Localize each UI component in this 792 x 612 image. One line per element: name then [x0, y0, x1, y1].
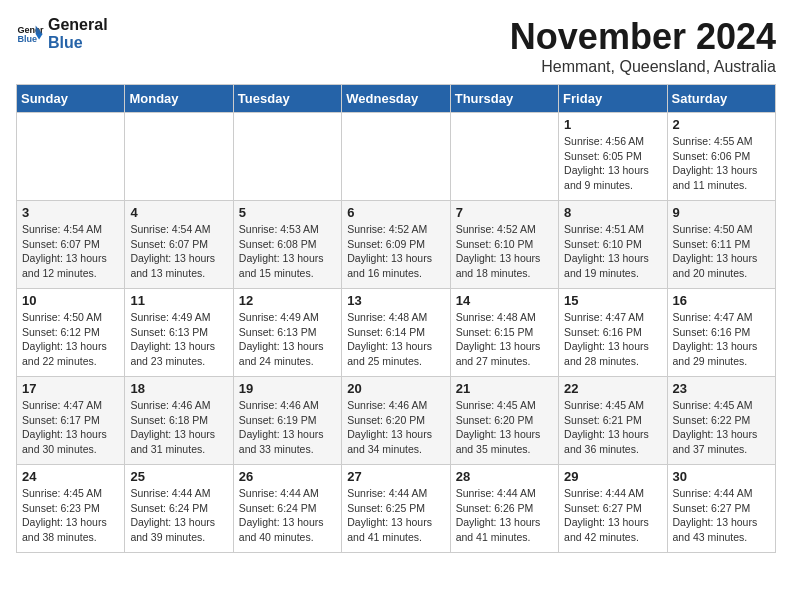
day-cell: 29Sunrise: 4:44 AM Sunset: 6:27 PM Dayli… [559, 465, 667, 553]
day-info: Sunrise: 4:54 AM Sunset: 6:07 PM Dayligh… [130, 222, 227, 281]
day-number: 13 [347, 293, 444, 308]
day-cell: 13Sunrise: 4:48 AM Sunset: 6:14 PM Dayli… [342, 289, 450, 377]
day-info: Sunrise: 4:53 AM Sunset: 6:08 PM Dayligh… [239, 222, 336, 281]
day-cell: 3Sunrise: 4:54 AM Sunset: 6:07 PM Daylig… [17, 201, 125, 289]
day-number: 2 [673, 117, 770, 132]
day-cell: 27Sunrise: 4:44 AM Sunset: 6:25 PM Dayli… [342, 465, 450, 553]
header-sunday: Sunday [17, 85, 125, 113]
day-cell [233, 113, 341, 201]
week-row-4: 24Sunrise: 4:45 AM Sunset: 6:23 PM Dayli… [17, 465, 776, 553]
day-info: Sunrise: 4:56 AM Sunset: 6:05 PM Dayligh… [564, 134, 661, 193]
day-cell [17, 113, 125, 201]
day-info: Sunrise: 4:46 AM Sunset: 6:19 PM Dayligh… [239, 398, 336, 457]
day-info: Sunrise: 4:44 AM Sunset: 6:26 PM Dayligh… [456, 486, 553, 545]
logo-icon: General Blue [16, 20, 44, 48]
title-area: November 2024 Hemmant, Queensland, Austr… [510, 16, 776, 76]
day-info: Sunrise: 4:44 AM Sunset: 6:24 PM Dayligh… [130, 486, 227, 545]
day-cell: 7Sunrise: 4:52 AM Sunset: 6:10 PM Daylig… [450, 201, 558, 289]
day-info: Sunrise: 4:48 AM Sunset: 6:15 PM Dayligh… [456, 310, 553, 369]
day-number: 6 [347, 205, 444, 220]
day-info: Sunrise: 4:51 AM Sunset: 6:10 PM Dayligh… [564, 222, 661, 281]
day-cell: 11Sunrise: 4:49 AM Sunset: 6:13 PM Dayli… [125, 289, 233, 377]
day-cell: 8Sunrise: 4:51 AM Sunset: 6:10 PM Daylig… [559, 201, 667, 289]
day-info: Sunrise: 4:50 AM Sunset: 6:12 PM Dayligh… [22, 310, 119, 369]
svg-text:Blue: Blue [17, 34, 37, 44]
day-cell: 9Sunrise: 4:50 AM Sunset: 6:11 PM Daylig… [667, 201, 775, 289]
day-cell: 17Sunrise: 4:47 AM Sunset: 6:17 PM Dayli… [17, 377, 125, 465]
day-number: 28 [456, 469, 553, 484]
header-saturday: Saturday [667, 85, 775, 113]
day-number: 16 [673, 293, 770, 308]
day-cell: 6Sunrise: 4:52 AM Sunset: 6:09 PM Daylig… [342, 201, 450, 289]
month-title: November 2024 [510, 16, 776, 58]
day-cell: 22Sunrise: 4:45 AM Sunset: 6:21 PM Dayli… [559, 377, 667, 465]
day-number: 4 [130, 205, 227, 220]
day-cell: 12Sunrise: 4:49 AM Sunset: 6:13 PM Dayli… [233, 289, 341, 377]
day-info: Sunrise: 4:49 AM Sunset: 6:13 PM Dayligh… [239, 310, 336, 369]
day-number: 30 [673, 469, 770, 484]
logo-line2: Blue [48, 34, 108, 52]
day-cell: 1Sunrise: 4:56 AM Sunset: 6:05 PM Daylig… [559, 113, 667, 201]
header-tuesday: Tuesday [233, 85, 341, 113]
day-number: 26 [239, 469, 336, 484]
day-cell: 25Sunrise: 4:44 AM Sunset: 6:24 PM Dayli… [125, 465, 233, 553]
day-number: 24 [22, 469, 119, 484]
logo: General Blue General Blue [16, 16, 108, 51]
day-number: 5 [239, 205, 336, 220]
day-info: Sunrise: 4:44 AM Sunset: 6:27 PM Dayligh… [564, 486, 661, 545]
day-cell: 4Sunrise: 4:54 AM Sunset: 6:07 PM Daylig… [125, 201, 233, 289]
week-row-1: 3Sunrise: 4:54 AM Sunset: 6:07 PM Daylig… [17, 201, 776, 289]
day-info: Sunrise: 4:47 AM Sunset: 6:16 PM Dayligh… [673, 310, 770, 369]
day-cell: 28Sunrise: 4:44 AM Sunset: 6:26 PM Dayli… [450, 465, 558, 553]
day-cell: 18Sunrise: 4:46 AM Sunset: 6:18 PM Dayli… [125, 377, 233, 465]
day-cell: 15Sunrise: 4:47 AM Sunset: 6:16 PM Dayli… [559, 289, 667, 377]
day-info: Sunrise: 4:44 AM Sunset: 6:27 PM Dayligh… [673, 486, 770, 545]
day-info: Sunrise: 4:45 AM Sunset: 6:23 PM Dayligh… [22, 486, 119, 545]
day-info: Sunrise: 4:55 AM Sunset: 6:06 PM Dayligh… [673, 134, 770, 193]
day-number: 15 [564, 293, 661, 308]
header-wednesday: Wednesday [342, 85, 450, 113]
day-cell: 19Sunrise: 4:46 AM Sunset: 6:19 PM Dayli… [233, 377, 341, 465]
day-info: Sunrise: 4:44 AM Sunset: 6:24 PM Dayligh… [239, 486, 336, 545]
day-info: Sunrise: 4:52 AM Sunset: 6:09 PM Dayligh… [347, 222, 444, 281]
day-cell: 21Sunrise: 4:45 AM Sunset: 6:20 PM Dayli… [450, 377, 558, 465]
day-cell: 20Sunrise: 4:46 AM Sunset: 6:20 PM Dayli… [342, 377, 450, 465]
day-number: 1 [564, 117, 661, 132]
day-info: Sunrise: 4:46 AM Sunset: 6:20 PM Dayligh… [347, 398, 444, 457]
header-thursday: Thursday [450, 85, 558, 113]
day-info: Sunrise: 4:47 AM Sunset: 6:17 PM Dayligh… [22, 398, 119, 457]
calendar: SundayMondayTuesdayWednesdayThursdayFrid… [16, 84, 776, 553]
day-number: 22 [564, 381, 661, 396]
week-row-0: 1Sunrise: 4:56 AM Sunset: 6:05 PM Daylig… [17, 113, 776, 201]
day-cell [125, 113, 233, 201]
day-cell: 10Sunrise: 4:50 AM Sunset: 6:12 PM Dayli… [17, 289, 125, 377]
day-info: Sunrise: 4:44 AM Sunset: 6:25 PM Dayligh… [347, 486, 444, 545]
day-number: 14 [456, 293, 553, 308]
day-cell: 24Sunrise: 4:45 AM Sunset: 6:23 PM Dayli… [17, 465, 125, 553]
day-number: 17 [22, 381, 119, 396]
day-number: 10 [22, 293, 119, 308]
day-number: 11 [130, 293, 227, 308]
day-info: Sunrise: 4:54 AM Sunset: 6:07 PM Dayligh… [22, 222, 119, 281]
day-number: 25 [130, 469, 227, 484]
header-friday: Friday [559, 85, 667, 113]
week-row-3: 17Sunrise: 4:47 AM Sunset: 6:17 PM Dayli… [17, 377, 776, 465]
day-info: Sunrise: 4:45 AM Sunset: 6:21 PM Dayligh… [564, 398, 661, 457]
day-number: 3 [22, 205, 119, 220]
day-cell: 26Sunrise: 4:44 AM Sunset: 6:24 PM Dayli… [233, 465, 341, 553]
day-info: Sunrise: 4:52 AM Sunset: 6:10 PM Dayligh… [456, 222, 553, 281]
day-number: 20 [347, 381, 444, 396]
logo-line1: General [48, 16, 108, 34]
day-info: Sunrise: 4:45 AM Sunset: 6:22 PM Dayligh… [673, 398, 770, 457]
day-cell [342, 113, 450, 201]
day-info: Sunrise: 4:50 AM Sunset: 6:11 PM Dayligh… [673, 222, 770, 281]
header-monday: Monday [125, 85, 233, 113]
day-cell: 16Sunrise: 4:47 AM Sunset: 6:16 PM Dayli… [667, 289, 775, 377]
day-number: 27 [347, 469, 444, 484]
day-cell: 23Sunrise: 4:45 AM Sunset: 6:22 PM Dayli… [667, 377, 775, 465]
day-number: 7 [456, 205, 553, 220]
day-info: Sunrise: 4:46 AM Sunset: 6:18 PM Dayligh… [130, 398, 227, 457]
calendar-header-row: SundayMondayTuesdayWednesdayThursdayFrid… [17, 85, 776, 113]
day-number: 29 [564, 469, 661, 484]
header: General Blue General Blue November 2024 … [16, 16, 776, 76]
